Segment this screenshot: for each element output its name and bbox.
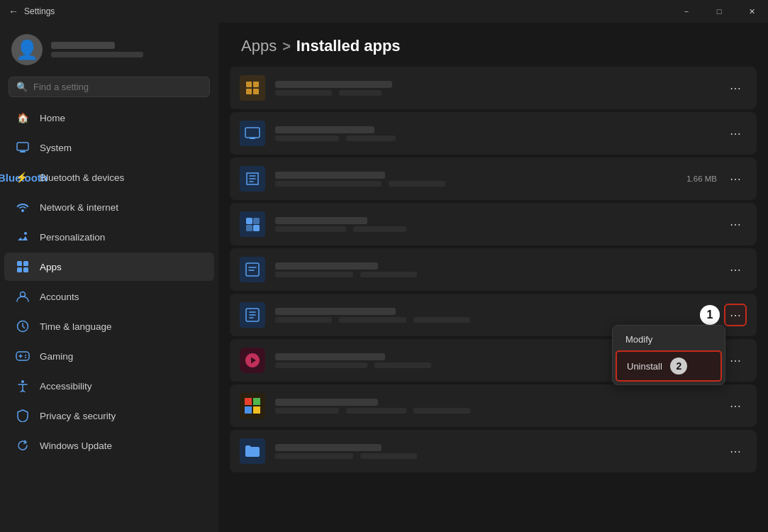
svg-rect-5: [17, 267, 22, 272]
svg-rect-13: [246, 82, 252, 87]
search-input[interactable]: [33, 82, 202, 92]
app-icon: [240, 438, 265, 464]
app-icon: [240, 121, 265, 146]
app-meta: [275, 317, 696, 323]
step2-badge: 2: [670, 358, 687, 375]
avatar[interactable]: 👤: [11, 34, 43, 65]
svg-rect-20: [246, 225, 252, 231]
svg-rect-21: [253, 218, 260, 224]
sidebar-item-apps[interactable]: Apps: [4, 253, 214, 281]
list-item: ⋯: [230, 430, 757, 472]
app-more-button-highlighted[interactable]: ⋯: [724, 304, 747, 326]
app-name: [275, 308, 396, 315]
app-more-button[interactable]: ⋯: [724, 77, 747, 99]
app-details: [275, 126, 724, 141]
app-more-button[interactable]: ⋯: [724, 167, 747, 190]
user-email: [51, 52, 143, 57]
app-name: [275, 217, 367, 224]
svg-rect-0: [17, 143, 28, 150]
context-menu: Modify Uninstall 2: [612, 325, 725, 385]
app-details: [275, 399, 724, 414]
list-item: ⋯: [230, 112, 757, 155]
sidebar-item-system[interactable]: System: [4, 133, 214, 162]
app-meta-publisher: [275, 181, 382, 187]
svg-rect-22: [253, 225, 260, 231]
app-name: [275, 444, 382, 451]
app-meta-publisher: [275, 226, 346, 232]
app-name: [275, 262, 378, 270]
sidebar-item-accessibility[interactable]: Accessibility: [4, 372, 214, 400]
sidebar-item-time[interactable]: Time & language: [4, 312, 214, 340]
context-menu-modify[interactable]: Modify: [616, 328, 722, 350]
svg-rect-9: [16, 352, 29, 360]
app-meta: [275, 226, 724, 232]
maximize-button[interactable]: □: [703, 0, 735, 23]
app-name: [275, 353, 385, 360]
search-box[interactable]: 🔍: [9, 77, 210, 97]
sidebar-item-gaming[interactable]: Gaming: [4, 342, 214, 370]
svg-rect-18: [250, 138, 255, 139]
sidebar-item-privacy[interactable]: Privacy & security: [4, 401, 214, 430]
app-meta: [275, 90, 724, 96]
app-more-button[interactable]: ⋯: [724, 122, 747, 145]
breadcrumb-separator: >: [282, 38, 291, 55]
time-icon: [16, 319, 30, 333]
app-details: [275, 217, 724, 232]
list-item: ⋯: [230, 67, 757, 109]
svg-rect-23: [246, 263, 259, 276]
app-more-button[interactable]: ⋯: [724, 394, 747, 417]
context-menu-uninstall[interactable]: Uninstall 2: [616, 350, 722, 382]
accessibility-icon: [16, 379, 30, 393]
svg-point-12: [21, 380, 24, 383]
app-icon: [240, 302, 265, 328]
sidebar-item-accounts[interactable]: Accounts: [4, 282, 214, 311]
titlebar-left: ← Settings: [9, 6, 55, 17]
app-meta-publisher: [275, 135, 339, 141]
windows-update-icon: [16, 438, 30, 453]
sidebar-item-windows-update[interactable]: Windows Update: [4, 431, 214, 460]
app-details: [275, 172, 686, 187]
svg-rect-4: [23, 261, 28, 266]
app-meta-version: [360, 453, 417, 459]
app-meta-publisher: [275, 317, 332, 323]
app-meta-version: [360, 272, 417, 277]
app-icon: [240, 393, 265, 419]
step1-badge: 1: [700, 305, 720, 325]
sidebar-item-home[interactable]: 🏠 Home: [4, 104, 214, 132]
app-meta-date: [346, 408, 406, 414]
sidebar-item-personalization[interactable]: Personalization: [4, 223, 214, 251]
app-more-button[interactable]: ⋯: [724, 258, 747, 281]
app-details: [275, 81, 724, 96]
sidebar-item-bluetooth[interactable]: Bluetooth ⚡ Bluetooth & devices: [4, 163, 214, 192]
app-meta: [275, 181, 686, 187]
app-meta-version: [374, 362, 431, 368]
app-icon: [240, 75, 265, 101]
svg-rect-25: [245, 398, 252, 405]
close-button[interactable]: ✕: [735, 0, 768, 23]
svg-rect-19: [246, 218, 252, 224]
svg-rect-16: [253, 89, 259, 94]
user-name: [51, 42, 115, 49]
sidebar-item-network[interactable]: Network & internet: [4, 193, 214, 221]
svg-rect-28: [253, 406, 260, 414]
breadcrumb-parent[interactable]: Apps: [241, 37, 277, 55]
back-icon[interactable]: ←: [9, 6, 18, 17]
app-more-button[interactable]: ⋯: [724, 440, 747, 462]
app-meta-version: [413, 408, 470, 414]
app-more-button[interactable]: ⋯: [724, 349, 747, 372]
app-meta: [275, 272, 724, 277]
app-meta-publisher: [275, 453, 353, 459]
app-details: [275, 308, 696, 323]
app-icon: [240, 257, 265, 282]
app-meta-version: [353, 226, 406, 232]
breadcrumb-current: Installed apps: [296, 37, 401, 55]
titlebar-controls: − □ ✕: [670, 0, 768, 23]
app-meta: [275, 408, 724, 414]
app-meta-publisher: [275, 272, 353, 277]
app-meta: [275, 453, 724, 459]
app-more-button[interactable]: ⋯: [724, 213, 747, 235]
app-meta-publisher: [275, 408, 339, 414]
gaming-icon: [16, 349, 30, 363]
minimize-button[interactable]: −: [670, 0, 703, 23]
list-item: 1.66 MB ⋯: [230, 157, 757, 200]
